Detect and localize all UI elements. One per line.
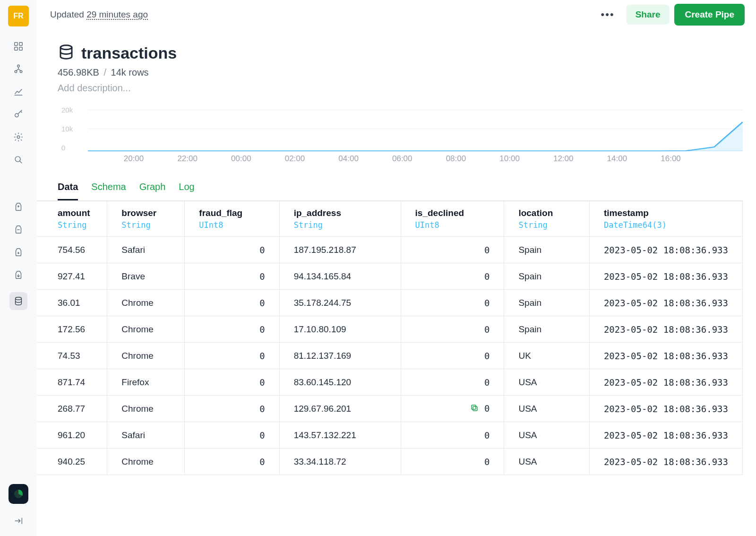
collapse-sidebar-icon[interactable] bbox=[13, 515, 24, 527]
pipe-down-icon[interactable] bbox=[13, 269, 24, 281]
dashboard-icon[interactable] bbox=[13, 41, 24, 52]
cell-fraud-flag: 0 bbox=[185, 369, 279, 396]
cell-ip-address: 94.134.165.84 bbox=[279, 263, 401, 290]
cell-browser: Chrome bbox=[107, 449, 185, 475]
x-tick: 10:00 bbox=[499, 154, 520, 164]
datasource-meta: 456.98KB / 14k rows bbox=[58, 67, 743, 78]
datasource-rows: 14k rows bbox=[111, 67, 149, 78]
gear-icon[interactable] bbox=[13, 131, 24, 143]
cell-fraud-flag: 0 bbox=[185, 396, 279, 422]
svg-point-8 bbox=[17, 136, 20, 138]
svg-point-7 bbox=[15, 113, 18, 117]
table-row[interactable]: 871.74Firefox083.60.145.1200USA2023-05-0… bbox=[37, 369, 743, 396]
cell-browser: Chrome bbox=[107, 316, 185, 343]
cell-location: Spain bbox=[504, 263, 589, 290]
svg-point-10 bbox=[16, 297, 22, 300]
y-tick: 20k bbox=[61, 106, 73, 114]
table-row[interactable]: 927.41Brave094.134.165.840Spain2023-05-0… bbox=[37, 263, 743, 290]
col-is-declined[interactable]: is_declinedUInt8 bbox=[401, 201, 504, 237]
cell-is-declined: 0 bbox=[401, 290, 504, 316]
svg-point-9 bbox=[15, 156, 20, 162]
flow-icon[interactable] bbox=[13, 63, 24, 75]
cell-browser: Chrome bbox=[107, 343, 185, 369]
table-row[interactable]: 74.53Chrome081.12.137.1690UK2023-05-02 1… bbox=[37, 343, 743, 369]
table-row[interactable]: 961.20Safari0143.57.132.2210USA2023-05-0… bbox=[37, 422, 743, 449]
cell-amount: 172.56 bbox=[37, 316, 107, 343]
table-row[interactable]: 754.56Safari0187.195.218.870Spain2023-05… bbox=[37, 237, 743, 263]
description-input[interactable]: Add description... bbox=[58, 83, 743, 94]
cell-is-declined: 0 bbox=[401, 396, 504, 422]
tab-graph[interactable]: Graph bbox=[139, 178, 166, 200]
cell-browser: Chrome bbox=[107, 396, 185, 422]
updated-time[interactable]: 29 minutes ago bbox=[86, 9, 148, 19]
datasource-icon[interactable] bbox=[9, 292, 27, 310]
cell-browser: Safari bbox=[107, 237, 185, 263]
col-timestamp[interactable]: timestampDateTime64(3) bbox=[589, 201, 742, 237]
cell-is-declined: 0 bbox=[401, 237, 504, 263]
cell-fraud-flag: 0 bbox=[185, 316, 279, 343]
col-fraud-flag[interactable]: fraud_flagUInt8 bbox=[185, 201, 279, 237]
table-header-row: amountString browserString fraud_flagUIn… bbox=[37, 201, 743, 237]
pipe-mid-icon[interactable] bbox=[13, 224, 24, 235]
x-tick: 00:00 bbox=[231, 154, 251, 164]
cell-timestamp: 2023-05-02 18:08:36.933 bbox=[589, 369, 742, 396]
pipe-in-icon[interactable] bbox=[13, 201, 24, 213]
x-tick: 02:00 bbox=[285, 154, 305, 164]
cell-timestamp: 2023-05-02 18:08:36.933 bbox=[589, 316, 742, 343]
search-icon[interactable] bbox=[13, 154, 24, 165]
cell-is-declined: 0 bbox=[401, 343, 504, 369]
col-ip-address[interactable]: ip_addressString bbox=[279, 201, 401, 237]
cell-fraud-flag: 0 bbox=[185, 422, 279, 449]
sidebar: FR bbox=[0, 0, 37, 536]
col-amount[interactable]: amountString bbox=[37, 201, 107, 237]
table-row[interactable]: 36.01Chrome035.178.244.750Spain2023-05-0… bbox=[37, 290, 743, 316]
cell-ip-address: 143.57.132.221 bbox=[279, 422, 401, 449]
cell-location: USA bbox=[504, 369, 589, 396]
more-menu-button[interactable]: ••• bbox=[594, 9, 621, 21]
table-row[interactable]: 940.25Chrome033.34.118.720USA2023-05-02 … bbox=[37, 449, 743, 475]
cell-is-declined: 0 bbox=[401, 449, 504, 475]
svg-rect-1 bbox=[19, 43, 22, 45]
y-tick: 10k bbox=[61, 125, 73, 133]
create-pipe-button[interactable]: Create Pipe bbox=[674, 4, 745, 26]
cell-fraud-flag: 0 bbox=[185, 449, 279, 475]
cell-is-declined: 0 bbox=[401, 316, 504, 343]
share-button[interactable]: Share bbox=[626, 5, 670, 25]
cell-location: USA bbox=[504, 396, 589, 422]
cell-browser: Brave bbox=[107, 263, 185, 290]
updated-prefix: Updated bbox=[50, 9, 86, 19]
svg-rect-0 bbox=[15, 43, 17, 45]
database-icon bbox=[58, 43, 75, 62]
cell-fraud-flag: 0 bbox=[185, 237, 279, 263]
svg-rect-13 bbox=[473, 406, 477, 411]
x-tick: 04:00 bbox=[338, 154, 359, 164]
cell-browser: Safari bbox=[107, 422, 185, 449]
copy-icon[interactable] bbox=[470, 404, 479, 414]
tab-schema[interactable]: Schema bbox=[91, 178, 126, 200]
svg-point-12 bbox=[60, 45, 72, 50]
svg-rect-2 bbox=[15, 47, 17, 50]
cell-amount: 961.20 bbox=[37, 422, 107, 449]
pipe-out-icon[interactable] bbox=[13, 247, 24, 258]
cell-is-declined: 0 bbox=[401, 369, 504, 396]
tab-data[interactable]: Data bbox=[58, 178, 78, 200]
col-browser[interactable]: browserString bbox=[107, 201, 185, 237]
cell-amount: 940.25 bbox=[37, 449, 107, 475]
x-tick: 06:00 bbox=[392, 154, 412, 164]
token-key-icon[interactable] bbox=[13, 109, 24, 120]
main: Updated 29 minutes ago ••• Share Create … bbox=[37, 0, 756, 536]
table-row[interactable]: 172.56Chrome017.10.80.1090Spain2023-05-0… bbox=[37, 316, 743, 343]
svg-rect-14 bbox=[472, 405, 476, 409]
tab-log[interactable]: Log bbox=[179, 178, 194, 200]
x-tick: 12:00 bbox=[553, 154, 574, 164]
cell-location: Spain bbox=[504, 316, 589, 343]
chart-line-icon[interactable] bbox=[13, 86, 24, 97]
cell-location: UK bbox=[504, 343, 589, 369]
cell-amount: 36.01 bbox=[37, 290, 107, 316]
workspace-badge[interactable]: FR bbox=[8, 6, 29, 26]
usage-pie-icon[interactable] bbox=[9, 484, 28, 504]
col-location[interactable]: locationString bbox=[504, 201, 589, 237]
cell-timestamp: 2023-05-02 18:08:36.933 bbox=[589, 290, 742, 316]
cell-amount: 871.74 bbox=[37, 369, 107, 396]
table-row[interactable]: 268.77Chrome0129.67.96.2010USA2023-05-02… bbox=[37, 396, 743, 422]
